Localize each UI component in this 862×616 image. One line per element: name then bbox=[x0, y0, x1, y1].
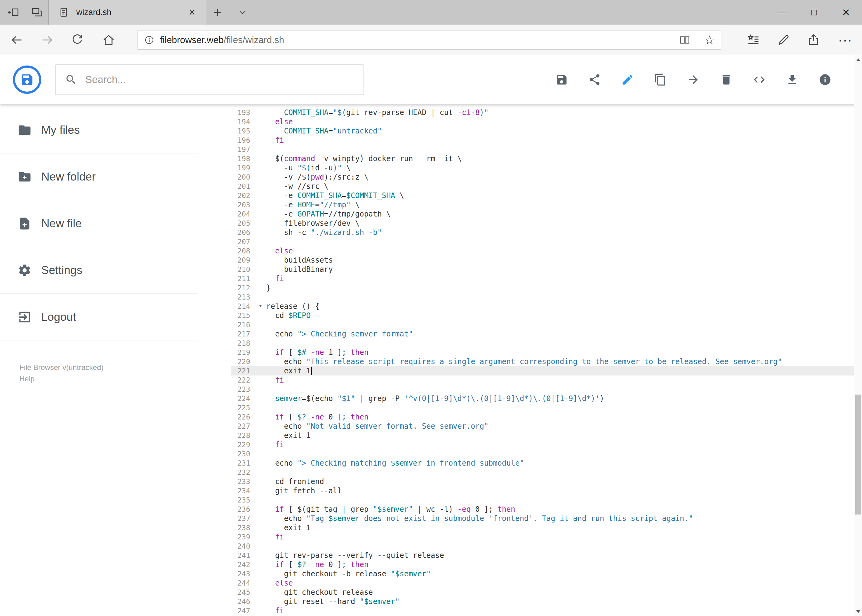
window-close-button[interactable]: × bbox=[830, 0, 862, 25]
address-bar[interactable]: filebrowser.web/files/wizard.sh ☆ bbox=[137, 30, 721, 50]
code-line[interactable]: 232 bbox=[231, 468, 854, 477]
copy-button[interactable] bbox=[654, 73, 667, 86]
save-button[interactable] bbox=[555, 73, 568, 86]
code-line[interactable]: 225 bbox=[231, 403, 854, 412]
code-line[interactable]: 197 bbox=[231, 145, 854, 154]
code-line[interactable]: 218 bbox=[231, 339, 854, 348]
code-line[interactable]: 200 -v /$(pwd):/src:z \ bbox=[231, 173, 854, 182]
tab-close-icon[interactable]: × bbox=[185, 5, 199, 19]
code-line[interactable]: 224 semver=$(echo "$1" | grep -P '^v(0|[… bbox=[231, 394, 854, 403]
sidebar-item-my-files[interactable]: My files bbox=[0, 107, 198, 154]
code-line[interactable]: 198 $(command -v winpty) docker run --rm… bbox=[231, 154, 854, 163]
code-line[interactable]: 223 bbox=[231, 385, 854, 394]
new-tab-button[interactable]: + bbox=[208, 0, 227, 25]
code-line[interactable]: 235 bbox=[231, 495, 854, 504]
code-line[interactable]: 199 -u "$(id -u)" \ bbox=[231, 163, 854, 173]
code-line[interactable]: 207 bbox=[231, 237, 854, 246]
code-line[interactable]: 206 sh -c "./wizard.sh -b" bbox=[231, 228, 854, 237]
share-button[interactable] bbox=[588, 73, 601, 86]
code-line[interactable]: 219 if [ $# -ne 1 ]; then bbox=[231, 348, 854, 357]
forward-button-icon[interactable] bbox=[40, 33, 54, 47]
maximize-button[interactable]: □ bbox=[798, 0, 830, 25]
code-line[interactable]: 229 fi bbox=[231, 440, 854, 449]
code-line[interactable]: 215 cd $REPO bbox=[231, 311, 854, 320]
edit-button[interactable] bbox=[621, 73, 634, 86]
scrollbar-thumb[interactable] bbox=[855, 394, 861, 514]
code-line[interactable]: 204 -e GOPATH=//tmp/gopath \ bbox=[231, 209, 854, 218]
code-line[interactable]: 221 exit 1 bbox=[231, 366, 854, 376]
code-line[interactable]: 222 fi bbox=[231, 376, 854, 385]
code-line[interactable]: 230 bbox=[231, 449, 854, 459]
code-line[interactable]: 243 git checkout -b release "$semver" bbox=[231, 569, 854, 578]
code-line[interactable]: 216 bbox=[231, 320, 854, 329]
annotate-pen-icon[interactable] bbox=[777, 33, 790, 47]
search-box[interactable] bbox=[55, 64, 364, 95]
code-line[interactable]: 202 -e COMMIT_SHA=$COMMIT_SHA \ bbox=[231, 191, 854, 200]
code-line[interactable]: 217 echo "> Checking semver format" bbox=[231, 329, 854, 339]
favorites-hub-icon[interactable] bbox=[747, 33, 760, 47]
code-line[interactable]: 195 COMMIT_SHA="untracked" bbox=[231, 126, 854, 136]
sidebar-item-new-folder[interactable]: New folder bbox=[0, 154, 198, 200]
code-line[interactable]: 244 else bbox=[231, 578, 854, 588]
code-line[interactable]: 228 exit 1 bbox=[231, 431, 854, 440]
tab-list-chevron-icon[interactable] bbox=[233, 0, 252, 25]
minimize-button[interactable]: — bbox=[766, 0, 798, 25]
page-info-icon[interactable] bbox=[144, 35, 154, 45]
code-line[interactable]: 203 -e HOME="//tmp" \ bbox=[231, 200, 854, 209]
help-link[interactable]: Help bbox=[19, 373, 103, 384]
code-line[interactable]: 240 bbox=[231, 542, 854, 551]
refresh-button-icon[interactable] bbox=[71, 33, 84, 47]
code-line[interactable]: 239 fi bbox=[231, 532, 854, 542]
code-line[interactable]: 241 git rev-parse --verify --quiet relea… bbox=[231, 551, 854, 560]
code-line[interactable]: 205 filebrowser/dev \ bbox=[231, 218, 854, 228]
code-line[interactable]: 210 buildBinary bbox=[231, 265, 854, 274]
filebrowser-logo[interactable] bbox=[13, 66, 41, 94]
code-line[interactable]: 194 else bbox=[231, 117, 854, 126]
code-line[interactable]: 220 echo "This release script requires a… bbox=[231, 357, 854, 366]
scroll-up-icon[interactable] bbox=[854, 55, 862, 64]
code-line[interactable]: 227 echo "Not valid semver format. See s… bbox=[231, 422, 854, 431]
code-line[interactable]: 231 echo "> Checking matching $semver in… bbox=[231, 459, 854, 468]
code-line[interactable]: 201 -w //src \ bbox=[231, 182, 854, 191]
code-line[interactable]: 233 cd frontend bbox=[231, 477, 854, 486]
favorite-star-icon[interactable]: ☆ bbox=[702, 32, 717, 48]
code-line[interactable]: 242 if [ $? -ne 0 ]; then bbox=[231, 560, 854, 569]
move-button[interactable] bbox=[687, 73, 700, 86]
code-line[interactable]: 213 bbox=[231, 292, 854, 302]
more-options-icon[interactable]: ⋯ bbox=[836, 33, 854, 47]
delete-button[interactable] bbox=[720, 73, 733, 86]
code-line[interactable]: 209 buildAssets bbox=[231, 256, 854, 265]
code-line[interactable]: 246 git reset --hard "$semver" bbox=[231, 597, 854, 606]
code-line[interactable]: 247 fi bbox=[231, 606, 854, 615]
page-scrollbar[interactable] bbox=[854, 55, 862, 616]
code-line[interactable]: 212} bbox=[231, 283, 854, 292]
code-line[interactable]: 245 git checkout release bbox=[231, 588, 854, 597]
code-line[interactable]: 238 exit 1 bbox=[231, 523, 854, 532]
sidebar-item-new-file[interactable]: New file bbox=[0, 200, 198, 247]
code-line[interactable]: 236 if [ $(git tag | grep "$semver" | wc… bbox=[231, 504, 854, 514]
tabs-set-aside-icon[interactable] bbox=[2, 0, 25, 25]
browser-tab[interactable]: wizard.sh × bbox=[48, 0, 206, 25]
code-line[interactable]: 193 COMMIT_SHA="$(git rev-parse HEAD | c… bbox=[231, 108, 854, 117]
raw-code-button[interactable] bbox=[753, 73, 766, 86]
download-button[interactable] bbox=[786, 73, 799, 86]
code-line[interactable]: 211 fi bbox=[231, 274, 854, 283]
code-line[interactable]: 196 fi bbox=[231, 136, 854, 145]
back-button-icon[interactable] bbox=[10, 33, 24, 47]
tab-preview-icon[interactable] bbox=[26, 0, 48, 25]
info-button[interactable] bbox=[819, 73, 832, 86]
fold-toggle-icon[interactable]: ▾ bbox=[258, 301, 263, 310]
code-line[interactable]: 214▾release () { bbox=[231, 302, 854, 311]
sidebar-item-settings[interactable]: Settings bbox=[0, 247, 198, 294]
code-line[interactable]: 237 echo "Tag $semver does not exist in … bbox=[231, 514, 854, 523]
reading-view-icon[interactable] bbox=[679, 35, 690, 46]
code-line[interactable]: 226 if [ $? -ne 0 ]; then bbox=[231, 412, 854, 422]
code-editor[interactable]: 193 COMMIT_SHA="$(git rev-parse HEAD | c… bbox=[231, 104, 854, 616]
code-line[interactable]: 234 git fetch --all bbox=[231, 486, 854, 495]
code-line[interactable]: 208 else bbox=[231, 246, 854, 256]
search-input[interactable] bbox=[85, 74, 354, 85]
sidebar-item-logout[interactable]: Logout bbox=[0, 294, 198, 341]
browser-share-icon[interactable] bbox=[807, 33, 821, 47]
scroll-down-icon[interactable] bbox=[854, 607, 862, 616]
home-button-icon[interactable] bbox=[102, 33, 115, 47]
